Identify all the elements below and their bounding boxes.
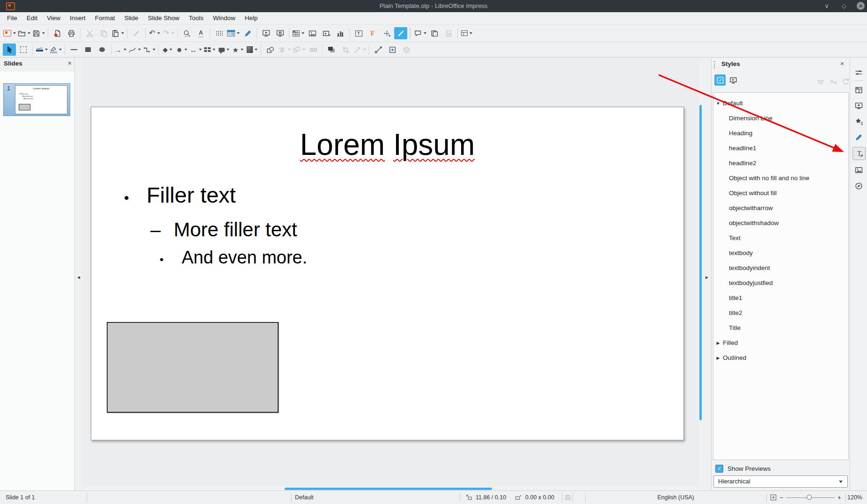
clone-formatting-button[interactable] [130, 27, 143, 39]
fill-format-mode-button[interactable] [815, 75, 826, 87]
align-objects-button[interactable] [278, 44, 291, 56]
insert-fontwork-button[interactable]: F [366, 27, 379, 39]
master-slide-name[interactable]: Default [295, 491, 314, 504]
show-previews-checkbox[interactable]: ✓ [715, 465, 723, 473]
dropdown-arrow-icon[interactable] [184, 49, 187, 51]
export-as-pdf-button[interactable] [51, 27, 64, 39]
dropdown-arrow-icon[interactable] [138, 49, 141, 51]
sidebar-tab-navigator[interactable] [852, 180, 865, 192]
new-presentation-button[interactable] [3, 27, 16, 39]
dropdown-arrow-icon[interactable] [302, 49, 305, 51]
dropdown-arrow-icon[interactable] [255, 49, 257, 51]
ellipse-button[interactable] [96, 44, 109, 56]
sidebar-tab-gallery[interactable] [852, 164, 865, 176]
graphic-styles-button[interactable] [714, 74, 726, 86]
slides-panel-close-icon[interactable]: × [68, 59, 72, 67]
display-views-button[interactable] [227, 27, 240, 39]
in-3d-rotation-object-button[interactable] [400, 44, 413, 56]
star-shapes-button[interactable]: ★ [231, 44, 244, 56]
duplicate-slide-button[interactable] [428, 27, 441, 39]
expand-icon[interactable]: ▶ [714, 351, 722, 365]
styles-filter-dropdown[interactable]: Hierarchical [713, 475, 848, 488]
style-item-objectwitharrow[interactable]: objectwitharrow [713, 201, 848, 216]
select-button[interactable] [3, 44, 16, 56]
new-style-from-selection-button[interactable]: A [827, 75, 838, 87]
dropdown-arrow-icon[interactable] [157, 32, 160, 34]
shadow-button[interactable] [325, 44, 338, 56]
helplines-while-moving-button[interactable] [380, 27, 393, 39]
open-button[interactable] [17, 27, 31, 39]
insert-text-box-button[interactable]: T [352, 27, 365, 39]
cut-button[interactable] [83, 27, 96, 39]
insert-audio-video-button[interactable] [320, 27, 333, 39]
dropdown-arrow-icon[interactable] [237, 32, 240, 34]
basic-shapes-button[interactable]: ◆ [161, 44, 174, 56]
menu-item-edit[interactable]: Edit [22, 12, 42, 24]
zoom-out-icon[interactable]: − [779, 491, 783, 504]
style-item-headline1[interactable]: headline1 [713, 141, 848, 156]
dropdown-arrow-icon[interactable] [424, 32, 426, 34]
connectors-button[interactable] [142, 44, 156, 56]
fit-slide-icon[interactable] [770, 494, 777, 501]
dropdown-arrow-icon[interactable] [213, 49, 215, 51]
text-language[interactable]: English (USA) [585, 491, 766, 504]
redo-button[interactable]: ↷ [162, 27, 175, 39]
style-item-headline2[interactable]: headline2 [713, 156, 848, 171]
sidebar-tab-properties[interactable] [852, 84, 865, 96]
3d-objects-button[interactable] [245, 44, 258, 56]
maximize-button[interactable]: ◇ [839, 1, 849, 11]
title-bar[interactable]: Plain Template.otp - LibreOffice Impress… [0, 0, 867, 12]
collapse-slides-panel-handle[interactable]: ◄ [76, 275, 81, 280]
image-filter-button[interactable] [353, 44, 367, 56]
style-item-text[interactable]: Text [713, 231, 848, 246]
dropdown-arrow-icon[interactable] [28, 32, 30, 34]
zoom-slider-knob[interactable] [807, 495, 812, 500]
block-arrows-button[interactable]: ↔ [189, 44, 202, 56]
find-and-replace-button[interactable] [180, 27, 193, 39]
style-item-heading[interactable]: Heading [713, 126, 848, 141]
dropdown-arrow-icon[interactable] [42, 32, 45, 34]
sidebar-tab-sidebar-settings[interactable] [852, 66, 865, 79]
zoom-level[interactable]: 120% [845, 491, 862, 504]
dropdown-arrow-icon[interactable] [301, 32, 304, 34]
menu-item-slide-show[interactable]: Slide Show [143, 12, 184, 24]
glue-points-button[interactable] [386, 44, 399, 56]
style-item-title1[interactable]: title1 [713, 291, 848, 306]
style-item-textbodyindent[interactable]: textbodyindent [713, 261, 848, 276]
arrange-button[interactable] [292, 44, 306, 56]
edit-workspace[interactable]: Lorem Ipsum •Filler text–More filler tex… [82, 58, 699, 490]
menu-item-file[interactable]: File [2, 12, 22, 24]
insert-line-button[interactable] [67, 44, 81, 56]
sidebar-tab-slide-transition[interactable] [852, 100, 865, 112]
menu-item-view[interactable]: View [42, 12, 65, 24]
menu-item-help[interactable]: Help [240, 12, 263, 24]
style-item-textbodyjustfied[interactable]: textbodyjustfied [713, 276, 848, 291]
lines-and-arrows-button[interactable]: → [114, 44, 127, 56]
menu-item-insert[interactable]: Insert [65, 12, 90, 24]
style-item-object-with-no-fill-and-no-line[interactable]: Object with no fill and no line [713, 171, 848, 186]
style-item-dimension-line[interactable]: Dimension Line [713, 111, 848, 126]
dropdown-arrow-icon[interactable] [241, 49, 243, 51]
style-item-default[interactable]: ▼Default [713, 96, 848, 111]
crop-image-button[interactable] [339, 44, 352, 56]
start-from-current-slide-button[interactable] [273, 27, 287, 39]
style-item-title2[interactable]: title2 [713, 306, 848, 321]
style-item-textbody[interactable]: textbody [713, 246, 848, 261]
collapse-icon[interactable]: ▼ [714, 96, 722, 111]
dropdown-arrow-icon[interactable] [153, 49, 155, 51]
slide-title-text[interactable]: Lorem Ipsum [91, 127, 683, 162]
menu-item-tools[interactable]: Tools [184, 12, 208, 24]
sidebar-tab-master-slides[interactable] [852, 131, 865, 143]
horizontal-scrollbar-thumb[interactable] [285, 488, 492, 490]
dropdown-arrow-icon[interactable] [199, 49, 202, 51]
symbol-shapes-button[interactable]: ☻ [175, 44, 188, 56]
display-grid-button[interactable] [213, 27, 226, 39]
insert-image-button[interactable] [306, 27, 319, 39]
style-item-filled[interactable]: ▶Filled [713, 336, 848, 351]
insert-chart-button[interactable] [334, 27, 347, 39]
dropdown-arrow-icon[interactable] [13, 32, 16, 34]
dropdown-arrow-icon[interactable] [59, 49, 62, 51]
slide-canvas[interactable]: Lorem Ipsum •Filler text–More filler tex… [91, 107, 684, 440]
style-item-outlined[interactable]: ▶Outlined [713, 351, 848, 365]
dropdown-arrow-icon[interactable] [288, 49, 291, 51]
